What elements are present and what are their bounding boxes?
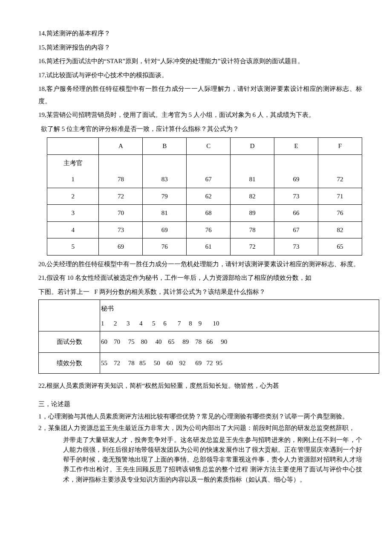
table-cell: 89: [231, 205, 274, 222]
question-16: 16,简述行为面试法中的“STAR”原则，针对“人际冲突的处理能力”设计符合该原…: [38, 55, 362, 67]
table-row: 3 70 81 68 89 66 76: [47, 205, 362, 222]
question-21-line2: 下图。若计算上一 F 两列分数的相关系数，其计算公式为？该结果是什么指标？: [38, 286, 362, 298]
question-14: 14,简述测评的基本程序？: [38, 27, 362, 40]
table-cell: [99, 154, 143, 171]
table-row: 1 78 83 67 81 69 72: [47, 171, 362, 188]
question-18: 18,客户服务经理的胜任特征模型中有一胜任力成分一一人际理解力，请针对该测评要素…: [38, 83, 362, 107]
table2-row-performance: 绩效分数 55 72 78 85 50 60 92 69 72 95: [39, 352, 379, 374]
table-cell: 76: [187, 221, 231, 238]
table-cell: 70: [99, 205, 143, 222]
question-15: 15,简述测评报告的内容？: [38, 41, 362, 54]
table2-row2-data: 55 72 78 85 50 60 92 69 72 95: [100, 352, 379, 374]
table-cell: 69: [99, 238, 143, 256]
table-cell: 73: [99, 221, 143, 238]
table-cell: 81: [231, 171, 274, 188]
table-cell: 3: [47, 205, 99, 222]
table-cell: 62: [187, 188, 231, 205]
table-cell: 67: [187, 171, 231, 188]
table2-index-numbers: 1 2 3 4 5 6 7 8 9 10: [100, 316, 379, 331]
table-cell: 67: [274, 221, 318, 238]
table2-title: 秘书: [100, 300, 379, 316]
table-row: 4 73 69 76 78 67 82: [47, 221, 362, 238]
table-rowlabel-row: 主考官: [47, 154, 362, 171]
table-col-e: E: [274, 138, 318, 155]
table-cell: 83: [143, 171, 187, 188]
question-19: 19,某营销公司招聘营销员时，使用了面试。主考官为 5 人小组，面试对象为 6 …: [38, 109, 362, 121]
table-cell: [143, 154, 187, 171]
table-col-a: A: [99, 138, 143, 155]
table-cell: 72: [318, 171, 362, 188]
table-cell: [187, 154, 231, 171]
table-cell: 71: [318, 188, 362, 205]
table-cell: 1: [47, 171, 99, 188]
table-row-label: 主考官: [47, 154, 99, 171]
table-cell: 72: [99, 188, 143, 205]
table-cell: 76: [143, 238, 187, 256]
table-cell: 65: [318, 238, 362, 256]
table-cell: 82: [231, 188, 274, 205]
table-cell: 61: [187, 238, 231, 256]
question-21-line1: 21,假设有 10 名女性经面试被选定作为秘书，工作一年后，人力资源部给出了相应…: [38, 272, 362, 284]
table-row: 5 69 76 61 72 73 65: [47, 238, 362, 256]
section-3-heading: 三，论述题: [38, 398, 362, 410]
table2-corner: [39, 300, 100, 331]
table-header-row: A B C D E F: [47, 138, 362, 155]
question-22: 22,根据人员素质测评有关知识，简析“权然后知轻重，度然后知长短。物皆然，心为甚: [38, 380, 362, 392]
table-cell: 79: [143, 188, 187, 205]
table-secretary-scores: 秘书 1 2 3 4 5 6 7 8 9 10 面试分数 60 70 75 80…: [38, 299, 379, 374]
table-cell: 73: [274, 238, 318, 256]
table-col-f: F: [318, 138, 362, 155]
essay-q2-line1: 2，某集团人力资源总监王先生最近压力非常大，因为公司内部出了大问题：前段时间总部…: [38, 423, 362, 433]
table-examiner-scores: A B C D E F 主考官 1 78 83 67 81 69 72 2 72…: [47, 137, 362, 256]
table-cell: 76: [318, 205, 362, 222]
table-cell: 73: [274, 188, 318, 205]
table-cell-empty: [47, 138, 99, 155]
table-cell: 5: [47, 238, 99, 256]
question-20: 20,公关经理的胜任特征模型中有一胜任力成分一一危机处理能力，请针对该测评要素设…: [38, 258, 362, 270]
table-col-d: D: [231, 138, 274, 155]
q21-frag-b: F 两列分数的相关系数，其计算公式为？该结果是什么指标？: [94, 288, 265, 295]
table-cell: 68: [187, 205, 231, 222]
table-cell: 2: [47, 188, 99, 205]
table-cell: 69: [274, 171, 318, 188]
table-col-b: B: [143, 138, 187, 155]
table2-row1-label: 面试分数: [39, 331, 100, 353]
q21-frag-a: 下图。若计算上一: [38, 288, 89, 295]
table2-header: 秘书: [39, 300, 379, 316]
table-cell: 72: [231, 238, 274, 256]
essay-q2-continuation: 并带走了大量研发人才，投奔竞争对手。这名研发总监是王先生参与招聘进来的，刚刚上任…: [38, 435, 362, 485]
table2-row-interview: 面试分数 60 70 75 80 40 65 89 78 66 90: [39, 331, 379, 353]
table-cell: [318, 154, 362, 171]
essay-questions: 1，心理测验与其他人员素质测评方法相比较有哪些优势？常见的心理测验有哪些类别？试…: [38, 412, 362, 485]
table-cell: 81: [143, 205, 187, 222]
essay-q1: 1，心理测验与其他人员素质测评方法相比较有哪些优势？常见的心理测验有哪些类别？试…: [38, 412, 362, 421]
table2-row1-data: 60 70 75 80 40 65 89 78 66 90: [100, 331, 379, 353]
table-cell: 82: [318, 221, 362, 238]
table-cell: 78: [99, 171, 143, 188]
question-19-sub: 欲了解 5 位主考官的评分标准是否一致，应计算什么指标？其公式为？: [41, 123, 362, 135]
table-cell: [231, 154, 274, 171]
table-cell: 4: [47, 221, 99, 238]
table-cell: 78: [231, 221, 274, 238]
table2-row2-label: 绩效分数: [39, 352, 100, 374]
table-cell: [274, 154, 318, 171]
question-17: 17,试比较面试与评价中心技术中的模拟面谈。: [38, 69, 362, 81]
table-cell: 69: [143, 221, 187, 238]
table-col-c: C: [187, 138, 231, 155]
table-row: 2 72 79 62 82 73 71: [47, 188, 362, 205]
table-cell: 66: [274, 205, 318, 222]
